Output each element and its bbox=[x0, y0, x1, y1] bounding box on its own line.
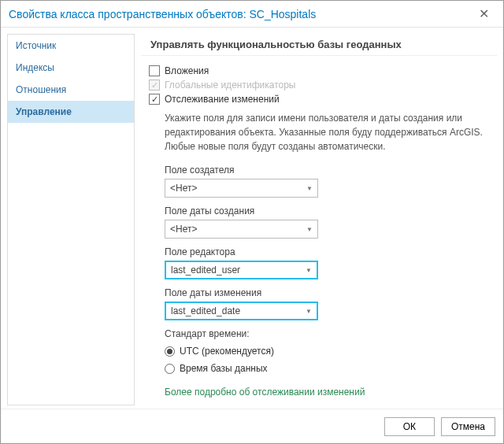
select-value: last_edited_user bbox=[171, 265, 240, 276]
footer: ОК Отмена bbox=[1, 409, 503, 443]
created-date-select[interactable]: <Нет> ▼ bbox=[165, 220, 318, 239]
sidebar-item-label: Индексы bbox=[16, 62, 54, 73]
created-date-block: Поле даты создания <Нет> ▼ bbox=[165, 205, 483, 239]
created-date-label: Поле даты создания bbox=[165, 205, 483, 216]
creator-field-block: Поле создателя <Нет> ▼ bbox=[165, 165, 483, 198]
globalid-label: Глобальные идентификаторы bbox=[165, 80, 295, 91]
creator-field-label: Поле создателя bbox=[165, 165, 483, 176]
creator-field-select[interactable]: <Нет> ▼ bbox=[165, 179, 318, 198]
editor-field-label: Поле редактора bbox=[165, 246, 483, 257]
editor-field-select[interactable]: last_edited_user ▼ bbox=[165, 261, 318, 279]
utc-radio-row: UTC (рекомендуется) bbox=[165, 346, 483, 357]
globalid-row: ✓ Глобальные идентификаторы bbox=[149, 80, 483, 91]
sidebar-item-manage[interactable]: Управление bbox=[8, 101, 134, 123]
utc-radio[interactable] bbox=[165, 346, 175, 357]
content-scroll[interactable]: Вложения ✓ Глобальные идентификаторы ✓ О… bbox=[141, 55, 497, 405]
sidebar-item-relations[interactable]: Отношения bbox=[8, 79, 134, 101]
tracking-description: Укажите поля для записи имени пользовате… bbox=[165, 111, 483, 154]
attachments-label: Вложения bbox=[165, 65, 209, 76]
sidebar-item-indexes[interactable]: Индексы bbox=[8, 57, 134, 79]
ok-button[interactable]: ОК bbox=[384, 417, 435, 436]
panel-title: Управлять функциональностью базы геоданн… bbox=[141, 34, 497, 55]
globalid-checkbox: ✓ bbox=[149, 80, 160, 91]
close-button[interactable]: ✕ bbox=[472, 3, 495, 24]
editor-field-block: Поле редактора last_edited_user ▼ bbox=[165, 246, 483, 279]
titlebar: Свойства класса пространственных объекто… bbox=[1, 1, 503, 28]
content-wrap: Управлять функциональностью базы геоданн… bbox=[141, 34, 497, 405]
attachments-checkbox[interactable] bbox=[149, 65, 160, 76]
chevron-down-icon: ▼ bbox=[306, 267, 312, 274]
chevron-down-icon: ▼ bbox=[306, 308, 312, 315]
more-info-link[interactable]: Более подробно об отслеживании изменений bbox=[165, 387, 483, 398]
select-value: last_edited_date bbox=[171, 305, 240, 316]
utc-label: UTC (рекомендуется) bbox=[180, 346, 274, 357]
attachments-row: Вложения bbox=[149, 65, 483, 76]
sidebar-item-source[interactable]: Источник bbox=[8, 35, 134, 57]
dialog-body: Источник Индексы Отношения Управление Уп… bbox=[1, 28, 503, 409]
tracking-checkbox[interactable]: ✓ bbox=[149, 94, 160, 105]
chevron-down-icon: ▼ bbox=[306, 185, 313, 192]
check-icon: ✓ bbox=[151, 81, 158, 90]
sidebar-item-label: Управление bbox=[16, 106, 72, 117]
edited-date-select[interactable]: last_edited_date ▼ bbox=[165, 302, 318, 320]
edited-date-block: Поле даты изменения last_edited_date ▼ bbox=[165, 287, 483, 320]
close-icon: ✕ bbox=[479, 7, 489, 20]
dialog-title: Свойства класса пространственных объекто… bbox=[9, 8, 316, 20]
dialog: Свойства класса пространственных объекто… bbox=[0, 0, 504, 444]
sidebar-item-label: Источник bbox=[16, 40, 56, 51]
edited-date-label: Поле даты изменения bbox=[165, 287, 483, 298]
sidebar-item-label: Отношения bbox=[16, 84, 66, 95]
time-standard-label: Стандарт времени: bbox=[165, 328, 483, 339]
check-icon: ✓ bbox=[151, 95, 158, 104]
tracking-label: Отслеживание изменений bbox=[165, 94, 280, 105]
time-standard-block: Стандарт времени: UTC (рекомендуется) Вр… bbox=[165, 328, 483, 374]
dbtime-radio-row: Время базы данных bbox=[165, 363, 483, 374]
dbtime-radio[interactable] bbox=[165, 364, 175, 374]
sidebar: Источник Индексы Отношения Управление bbox=[7, 34, 135, 405]
tracking-row: ✓ Отслеживание изменений bbox=[149, 94, 483, 105]
cancel-button[interactable]: Отмена bbox=[441, 417, 495, 436]
dbtime-label: Время базы данных bbox=[180, 363, 268, 374]
select-value: <Нет> bbox=[170, 183, 197, 194]
select-value: <Нет> bbox=[170, 224, 197, 235]
chevron-down-icon: ▼ bbox=[306, 226, 313, 233]
